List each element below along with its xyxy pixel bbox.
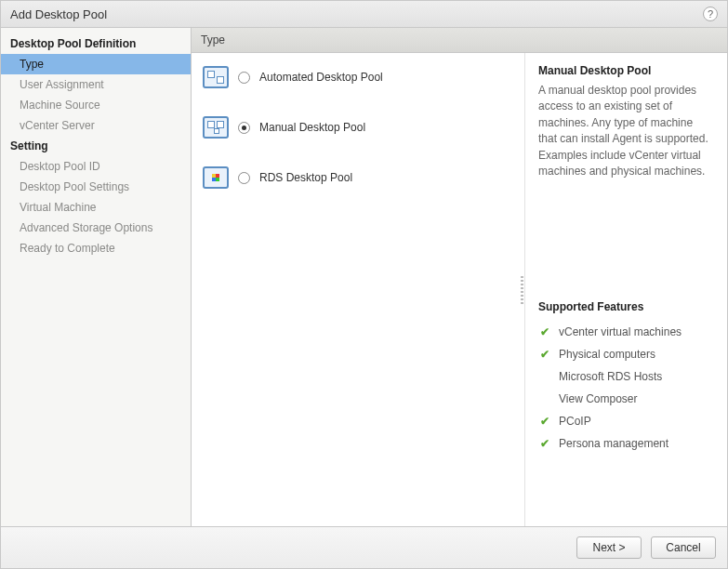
feature-label: Physical computers xyxy=(559,348,655,361)
info-panel: Manual Desktop Pool A manual desktop poo… xyxy=(524,53,727,526)
option-rds[interactable]: RDS Desktop Pool xyxy=(203,166,509,189)
wizard-sidebar: Desktop Pool Definition Type User Assign… xyxy=(1,28,192,526)
info-description: A manual desktop pool provides access to… xyxy=(538,83,714,179)
feature-item: ✔vCenter virtual machines xyxy=(538,321,714,343)
feature-label: Persona management xyxy=(559,437,668,450)
feature-label: vCenter virtual machines xyxy=(559,325,682,338)
add-desktop-pool-dialog: Add Desktop Pool ? Desktop Pool Definiti… xyxy=(0,0,728,569)
feature-item: ✔View Composer xyxy=(538,388,714,410)
splitter-grip-icon xyxy=(521,276,523,304)
option-label-automated[interactable]: Automated Desktop Pool xyxy=(259,71,383,84)
window-title: Add Desktop Pool xyxy=(10,7,107,21)
check-icon: ✔ xyxy=(538,437,551,450)
check-icon: ✔ xyxy=(538,415,551,428)
sidebar-item-user-assignment[interactable]: User Assignment xyxy=(1,74,191,95)
sidebar-item-pool-settings[interactable]: Desktop Pool Settings xyxy=(1,177,191,197)
radio-automated[interactable] xyxy=(238,72,250,84)
help-icon[interactable]: ? xyxy=(703,7,718,21)
dialog-footer: Next > Cancel xyxy=(1,526,727,568)
sidebar-item-ready-complete[interactable]: Ready to Complete xyxy=(1,238,191,258)
feature-item: ✔Persona management xyxy=(538,432,714,455)
sidebar-heading-definition: Desktop Pool Definition xyxy=(1,33,191,54)
sidebar-item-pool-id[interactable]: Desktop Pool ID xyxy=(1,156,191,177)
sidebar-item-virtual-machine[interactable]: Virtual Machine xyxy=(1,197,191,218)
main-body: Automated Desktop Pool Manual Desktop Po… xyxy=(192,53,727,526)
option-label-manual[interactable]: Manual Desktop Pool xyxy=(259,121,365,134)
manual-pool-icon xyxy=(203,116,229,139)
titlebar: Add Desktop Pool ? xyxy=(1,1,727,28)
cancel-button[interactable]: Cancel xyxy=(651,536,716,559)
dialog-body: Desktop Pool Definition Type User Assign… xyxy=(1,28,727,526)
next-button[interactable]: Next > xyxy=(576,536,642,559)
sidebar-heading-setting: Setting xyxy=(1,136,191,156)
check-icon: ✔ xyxy=(538,348,551,361)
option-label-rds[interactable]: RDS Desktop Pool xyxy=(259,171,352,184)
sidebar-item-machine-source[interactable]: Machine Source xyxy=(1,95,191,115)
main-header: Type xyxy=(192,28,727,53)
feature-label: View Composer xyxy=(559,392,637,405)
automated-pool-icon xyxy=(203,66,229,88)
sidebar-item-vcenter-server[interactable]: vCenter Server xyxy=(1,115,191,136)
info-spacer xyxy=(538,179,714,300)
sidebar-item-type[interactable]: Type xyxy=(1,54,191,74)
main-panel: Type Automated Desktop Pool Manual Deskt… xyxy=(192,28,727,526)
pool-type-options: Automated Desktop Pool Manual Desktop Po… xyxy=(192,53,520,526)
radio-manual[interactable] xyxy=(238,122,250,134)
check-icon: ✔ xyxy=(538,325,551,338)
features-heading: Supported Features xyxy=(538,300,714,313)
rds-pool-icon xyxy=(203,166,229,189)
feature-item: ✔Physical computers xyxy=(538,343,714,365)
feature-label: Microsoft RDS Hosts xyxy=(559,370,662,383)
feature-item: ✔PCoIP xyxy=(538,410,714,432)
feature-item: ✔Microsoft RDS Hosts xyxy=(538,365,714,388)
info-title: Manual Desktop Pool xyxy=(538,64,714,77)
radio-rds[interactable] xyxy=(238,172,250,184)
option-automated[interactable]: Automated Desktop Pool xyxy=(203,66,509,88)
feature-label: PCoIP xyxy=(559,415,591,428)
sidebar-item-advanced-storage[interactable]: Advanced Storage Options xyxy=(1,218,191,238)
supported-features-list: ✔vCenter virtual machines ✔Physical comp… xyxy=(538,321,714,455)
check-icon-blank: ✔ xyxy=(538,370,551,383)
check-icon-blank: ✔ xyxy=(538,392,551,405)
option-manual[interactable]: Manual Desktop Pool xyxy=(203,116,509,139)
